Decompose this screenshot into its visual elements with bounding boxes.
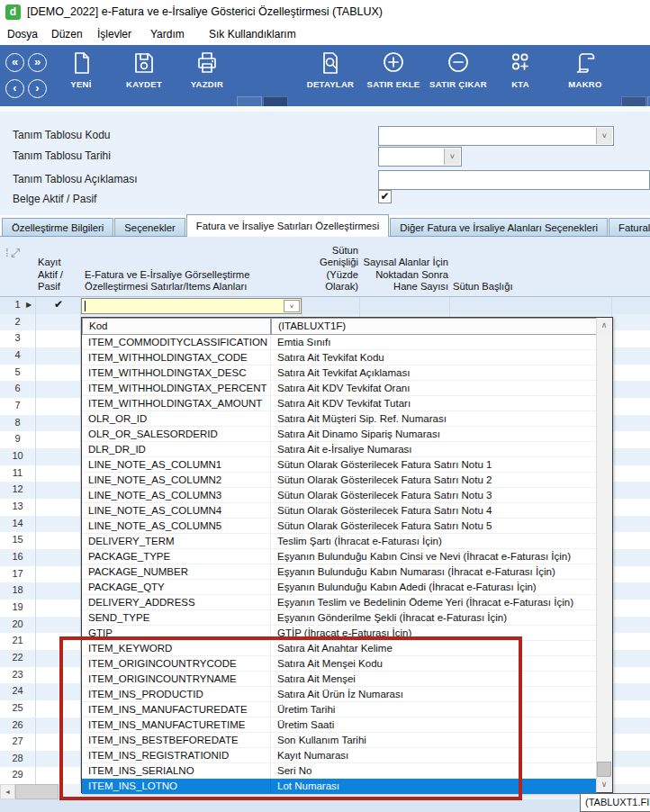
dropdown-item[interactable]: ITEM_COMMODITYCLASSIFICATIONEmtia Sınıfı <box>82 335 597 350</box>
row-number: 29 <box>0 767 36 784</box>
dropdown-item-desc: GTİP (İhracat e-Faturası İçin) <box>277 626 411 640</box>
dropdown-item-desc: Satıra Ait e-İrsaliye Numarası <box>277 442 412 456</box>
dropdown-item[interactable]: LINE_NOTE_AS_COLUMN1Sütun Olarak Gösteri… <box>82 457 597 473</box>
dropdown-item[interactable]: ITEM_WITHHOLDINGTAX_CODESatıra Ait Tevki… <box>82 350 597 365</box>
dropdown-scrollbar[interactable]: ∧ ∨ <box>596 318 612 792</box>
dropdown-item[interactable]: LINE_NOTE_AS_COLUMN4Sütun Olarak Gösteri… <box>82 503 597 519</box>
dropdown-item[interactable]: OLR_OR_IDSatıra Ait Müşteri Sip. Ref. Nu… <box>82 411 597 427</box>
satir-ekle-button[interactable]: SATIR EKLE <box>362 50 425 100</box>
dropdown-item[interactable]: ITEM_WITHHOLDINGTAX_AMOUNTSatıra Ait KDV… <box>82 396 597 411</box>
grid-cell <box>450 297 612 314</box>
app-window: d [DEMO_2022] e-Fatura ve e-İrsaliye Gös… <box>0 0 650 812</box>
tab-faturalar-icin[interactable]: Faturalar İçin Ba <box>609 218 650 237</box>
dropdown-item[interactable]: ITEM_WITHHOLDINGTAX_PERCENTSatıra Ait KD… <box>82 381 597 396</box>
satir-cikar-button[interactable]: SATIR ÇIKAR <box>424 50 492 100</box>
dropdown-item[interactable]: ITEM_KEYWORDSatıra Ait Anahtar Kelime <box>82 641 597 656</box>
dropdown-item-code: LINE_NOTE_AS_COLUMN2 <box>88 473 221 487</box>
makro-button[interactable]: MAKRO <box>558 50 612 100</box>
dropdown-item[interactable]: ITEM_ORIGINCOUNTRYNAMESatıra Ait Menşei <box>82 672 597 687</box>
new-document-icon <box>68 50 95 77</box>
circles-plus-icon <box>507 50 534 77</box>
dropdown-item[interactable]: OLR_OR_SALESORDERIDSatıra Ait Dinamo Sip… <box>82 427 597 442</box>
tab-diger-alanlar[interactable]: Diğer Fatura ve İrsaliye Alanları Seçene… <box>390 218 608 237</box>
dropdown-item[interactable]: DELIVERY_ADDRESSEşyanın Teslim ve Bedeli… <box>82 595 597 610</box>
grid-cell <box>612 516 650 533</box>
menu-sik-kullandiklarim[interactable]: Sık Kullandıklarım <box>209 28 296 41</box>
nav-prev-group-button[interactable]: « <box>5 53 24 72</box>
dropdown-item[interactable]: LINE_NOTE_AS_COLUMN3Sütun Olarak Gösteri… <box>82 488 597 503</box>
dropdown-item[interactable]: ITEM_INS_SERIALNOSeri No <box>82 763 597 779</box>
aciklama-input[interactable] <box>378 170 650 190</box>
yazdir-button[interactable]: YAZDIR <box>178 50 236 100</box>
kaydet-button[interactable]: KAYDET <box>115 50 173 100</box>
scroll-down-icon[interactable]: ∨ <box>597 777 611 792</box>
row-number: 11 <box>0 465 36 483</box>
grid-cell <box>36 465 81 483</box>
kodu-dropdown-arrow-icon[interactable]: ˅ <box>596 128 612 144</box>
menu-islevler[interactable]: İşlevler <box>97 28 131 41</box>
menu-yardim[interactable]: Yardım <box>150 28 185 41</box>
grid-corner-handle-icon[interactable]: ⁞⤢ <box>5 246 22 260</box>
kodu-combobox[interactable]: ˅ <box>378 126 614 146</box>
dropdown-item-code: LINE_NOTE_AS_COLUMN1 <box>88 457 221 472</box>
belge-label: Belge Aktif / Pasif <box>13 193 96 205</box>
detaylar-button[interactable]: DETAYLAR <box>299 50 362 100</box>
dropdown-item[interactable]: ITEM_ORIGINCOUNTRYCODESatıra Ait Menşei … <box>82 656 597 672</box>
dropdown-item[interactable]: ITEM_INS_LOTNOLot Numarası <box>82 779 597 794</box>
row1-check-mark[interactable]: ✔ <box>36 298 81 311</box>
dropdown-item-code: ITEM_COMMODITYCLASSIFICATION <box>88 335 267 349</box>
dropdown-item[interactable]: ITEM_INS_PRODUCTIDSatıra Ait Ürün İz Num… <box>82 687 597 702</box>
grid-cell <box>36 566 81 583</box>
scroll-thumb[interactable] <box>597 762 611 777</box>
dropdown-item[interactable]: ITEM_WITHHOLDINGTAX_DESCSatıra Ait Tevki… <box>82 365 597 381</box>
tab-ozellestirme-bilgileri[interactable]: Özelleştirme Bilgileri <box>2 218 113 237</box>
dropdown-item[interactable]: ITEM_INS_MANUFACTUREDATEÜretim Tarihi <box>82 702 597 717</box>
menu-duzen[interactable]: Düzen <box>51 28 83 41</box>
dropdown-item[interactable]: LINE_NOTE_AS_COLUMN5Sütun Olarak Gösteri… <box>82 519 597 534</box>
tarihi-combobox[interactable]: ˅ <box>378 147 462 167</box>
row-number: 4 <box>0 347 36 365</box>
yeni-button[interactable]: YENİ <box>54 50 108 100</box>
dropdown-item-desc: Teslim Şartı (İhracat e-Faturası İçin) <box>277 534 442 548</box>
scroll-up-icon[interactable]: ∧ <box>597 318 611 333</box>
tab-fatura-irsaliye-satirlari[interactable]: Fatura ve İrsaliye Satırları Özelleştirm… <box>186 214 389 237</box>
dropdown-item-desc: Satıra Ait Dinamo Sipariş Numarası <box>277 427 440 441</box>
hscroll-thumb[interactable] <box>15 784 59 799</box>
nav-next-group-button[interactable]: » <box>28 53 47 72</box>
dropdown-item[interactable]: PACKAGE_NUMBEREşyanın Bulunduğu Kabın Nu… <box>82 564 597 580</box>
dropdown-item[interactable]: ITEM_INS_MANUFACTURETIMEÜretim Saati <box>82 717 597 733</box>
dropdown-item[interactable]: DELIVERY_TERMTeslim Şartı (İhracat e-Fat… <box>82 534 597 549</box>
tab-secenekler[interactable]: Seçenekler <box>114 218 185 237</box>
dropdown-item-code: ITEM_INS_LOTNO <box>88 779 177 793</box>
belge-checkbox[interactable]: ✔ <box>378 190 392 203</box>
tarihi-dropdown-arrow-icon[interactable]: ˅ <box>444 149 460 165</box>
row1-dropdown-arrow-icon[interactable]: ˅ <box>284 300 300 312</box>
dropdown-item-code: OLR_OR_SALESORDERID <box>88 427 218 441</box>
scroll-left-icon[interactable]: ◄ <box>0 784 15 799</box>
dropdown-item-code: ITEM_WITHHOLDINGTAX_DESC <box>88 365 247 380</box>
menu-dosya[interactable]: Dosya <box>7 28 38 41</box>
dropdown-item-code: SEND_TYPE <box>88 610 149 625</box>
dropdown-item-desc: Satıra Ait Menşei <box>277 672 356 686</box>
dropdown-item[interactable]: PACKAGE_TYPEEşyanın Bulunduğu Kabın Cins… <box>82 549 597 564</box>
dropdown-item[interactable]: SEND_TYPEEşyanın Gönderilme Şekli (İhrac… <box>82 610 597 626</box>
nav-prev-button[interactable]: ‹ <box>5 79 24 98</box>
dropdown-item[interactable]: LINE_NOTE_AS_COLUMN2Sütun Olarak Gösteri… <box>82 473 597 488</box>
dropdown-item[interactable]: PACKAGE_QTYEşyanın Bulunduğu Kabın Adedi… <box>82 580 597 595</box>
row-number: 7 <box>0 398 36 415</box>
grid-cell <box>36 667 81 684</box>
dropdown-item[interactable]: ITEM_INS_REGISTRATIONIDKayıt Numarası <box>82 748 597 763</box>
row1-field-combobox[interactable]: ˅ <box>81 298 302 314</box>
dropdown-item[interactable]: GTIPGTİP (İhracat e-Faturası İçin) <box>82 626 597 641</box>
row-number: 17 <box>0 566 36 583</box>
dropdown-item-code: DELIVERY_TERM <box>88 534 175 548</box>
dropdown-item-desc: Eşyanın Bulunduğu Kabın Numarası (İhraca… <box>277 564 555 579</box>
nav-next-button[interactable]: › <box>28 79 47 98</box>
dropdown-item[interactable]: DLR_DR_IDSatıra Ait e-İrsaliye Numarası <box>82 442 597 457</box>
dropdown-item-desc: Emtia Sınıfı <box>277 335 330 349</box>
kta-button[interactable]: KTA <box>498 50 543 100</box>
grid-cell <box>612 751 650 768</box>
plus-circle-icon <box>380 50 407 77</box>
grid-cell <box>612 600 650 617</box>
dropdown-item[interactable]: ITEM_INS_BESTBEFOREDATESon Kullanım Tari… <box>82 733 597 748</box>
